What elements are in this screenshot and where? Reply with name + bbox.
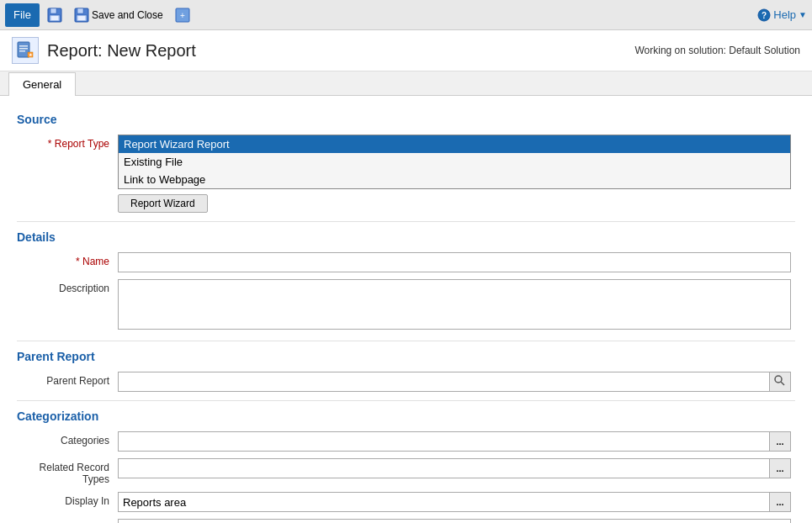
parent-report-section-title: Parent Report [17, 350, 795, 363]
svg-rect-3 [51, 16, 58, 20]
section-sep-3 [17, 400, 795, 401]
related-record-types-multi: ... [118, 458, 791, 478]
parent-report-lookup-button[interactable] [769, 372, 791, 392]
related-record-types-control: ... [118, 458, 795, 478]
save-icon [47, 8, 62, 23]
svg-rect-14 [19, 48, 28, 50]
categorization-section-title: Categorization [17, 409, 795, 423]
source-section-title: Source [17, 113, 795, 126]
details-section-title: Details [17, 230, 795, 244]
save-and-close-label: Save and Close [92, 9, 163, 21]
tabs-bar: General [0, 71, 812, 96]
related-record-types-label: Related Record Types [17, 458, 118, 485]
tab-general[interactable]: General [8, 72, 76, 96]
parent-report-input[interactable] [118, 372, 769, 392]
report-type-option-file[interactable]: Existing File [119, 153, 790, 171]
save-button[interactable] [43, 3, 66, 27]
display-in-control: ... [118, 492, 795, 512]
display-in-input[interactable] [118, 492, 769, 512]
parent-report-row: Parent Report [17, 372, 795, 392]
help-button[interactable]: ? Help ▼ [757, 8, 807, 22]
languages-select[interactable]: English French German Spanish [118, 519, 791, 523]
file-button[interactable]: File [5, 3, 40, 27]
svg-rect-7 [78, 16, 85, 20]
parent-report-lookup [118, 372, 791, 392]
extra-icon: + [175, 8, 190, 23]
form-body: Source Report Type Report Wizard Report … [0, 96, 812, 523]
svg-line-19 [781, 382, 784, 385]
name-row: Name [17, 252, 795, 272]
section-sep-2 [17, 341, 795, 341]
related-record-types-input[interactable] [118, 458, 769, 478]
name-control [118, 252, 795, 272]
display-in-row: Display In ... [17, 492, 795, 512]
report-type-option-wizard[interactable]: Report Wizard Report [119, 135, 790, 153]
help-icon: ? [757, 8, 771, 22]
categories-label: Categories [17, 431, 118, 446]
report-icon: ★ [12, 37, 39, 64]
svg-point-18 [775, 376, 782, 383]
languages-control: English French German Spanish ▼ [118, 519, 795, 523]
description-textarea[interactable] [118, 279, 791, 330]
report-type-list[interactable]: Report Wizard Report Existing File Link … [118, 135, 791, 189]
svg-text:?: ? [762, 11, 767, 20]
page-title: Report: New Report [47, 41, 196, 61]
save-and-close-button[interactable]: Save and Close [70, 3, 167, 27]
description-row: Description [17, 279, 795, 332]
report-type-control: Report Wizard Report Existing File Link … [118, 135, 795, 213]
related-record-types-row: Related Record Types ... [17, 458, 795, 485]
section-sep-1 [17, 221, 795, 222]
toolbar: File Save and Close [0, 0, 812, 30]
parent-report-control [118, 372, 795, 392]
categories-control: ... [118, 431, 795, 452]
svg-rect-15 [19, 50, 25, 52]
page-header-left: ★ Report: New Report [12, 37, 196, 64]
report-type-row: Report Type Report Wizard Report Existin… [17, 135, 795, 213]
page-header: ★ Report: New Report Working on solution… [0, 30, 812, 71]
description-control [118, 279, 795, 332]
categories-input[interactable] [118, 431, 769, 452]
name-label: Name [17, 252, 118, 267]
related-record-types-ellipsis: ... [776, 463, 783, 473]
related-record-types-lookup-button[interactable]: ... [769, 458, 791, 478]
report-type-option-webpage[interactable]: Link to Webpage [119, 171, 790, 188]
parent-report-label: Parent Report [17, 372, 118, 387]
display-in-multi: ... [118, 492, 791, 512]
categories-ellipsis: ... [776, 436, 783, 446]
report-wizard-button[interactable]: Report Wizard [118, 194, 208, 213]
extra-toolbar-button[interactable]: + [171, 3, 194, 27]
display-in-ellipsis: ... [776, 497, 783, 507]
svg-rect-5 [77, 8, 83, 13]
categories-lookup-button[interactable]: ... [769, 431, 791, 452]
report-type-label: Report Type [17, 135, 118, 150]
save-close-icon [74, 8, 89, 23]
svg-rect-13 [19, 45, 28, 47]
name-input[interactable] [118, 252, 791, 272]
help-dropdown-icon: ▼ [799, 10, 807, 19]
categories-multi: ... [118, 431, 791, 452]
description-label: Description [17, 279, 118, 294]
svg-text:+: + [180, 11, 185, 20]
categories-row: Categories ... [17, 431, 795, 452]
svg-rect-1 [50, 8, 56, 13]
help-label: Help [773, 8, 796, 21]
display-in-label: Display In [17, 492, 118, 507]
languages-row: Languages English French German Spanish … [17, 519, 795, 523]
languages-label: Languages [17, 519, 118, 523]
languages-select-wrap: English French German Spanish ▼ [118, 519, 791, 523]
lookup-icon [774, 375, 786, 389]
working-on-label: Working on solution: Default Solution [634, 45, 800, 56]
display-in-lookup-button[interactable]: ... [769, 492, 791, 512]
